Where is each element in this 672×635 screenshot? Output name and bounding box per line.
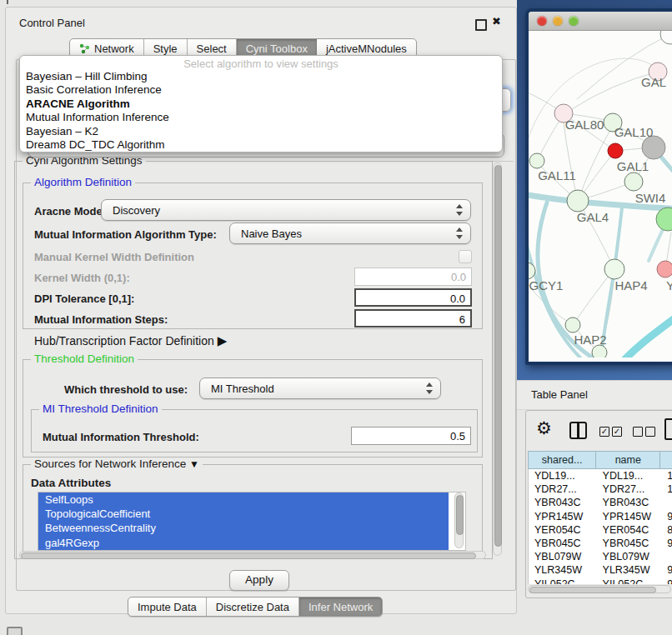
network-node[interactable] — [660, 31, 672, 44]
settings-horizontal-scrollbar[interactable] — [19, 551, 486, 559]
network-node[interactable] — [529, 153, 544, 168]
attributes-scrollbar-thumb[interactable] — [456, 495, 464, 535]
which-threshold-value: MI Threshold — [211, 382, 274, 395]
table-horizontal-scrollbar[interactable] — [528, 585, 671, 593]
table-row[interactable]: YDR27...YDR27...12 — [529, 482, 672, 496]
stepper-arrows-icon — [456, 204, 464, 216]
table-body: YDL19...YDL19...13YDR27...YDR27...12YBR0… — [528, 469, 672, 584]
attributes-vertical-scrollbar[interactable] — [454, 492, 464, 548]
dropdown-option[interactable]: Dream8 DC_TDC Algorithm — [20, 138, 502, 152]
network-node[interactable] — [567, 190, 589, 212]
table-cell: YER054C — [529, 523, 597, 537]
table-panel-window: ⚙ ✓ ✓ shared...nameA YDL19...YDL19...13Y… — [525, 410, 672, 598]
mi-algorithm-type-label: Mutual Information Algorithm Type: — [34, 228, 217, 241]
network-edge — [578, 130, 610, 201]
mi-steps-field[interactable]: 6 — [354, 309, 472, 328]
collapse-down-icon[interactable]: ▼ — [189, 458, 199, 470]
table-row[interactable]: YLR345WYLR345W9. — [529, 563, 672, 577]
table-cell: YDL19... — [529, 469, 597, 482]
column-header[interactable]: name — [596, 452, 660, 468]
float-window-icon[interactable] — [475, 19, 487, 31]
dropdown-option[interactable]: ARACNE Algorithm — [20, 98, 502, 111]
dpi-tolerance-field[interactable]: 0.0 — [354, 288, 472, 307]
node-label: GAL80 — [565, 118, 604, 132]
table-toolbar: ⚙ ✓ ✓ — [526, 411, 672, 448]
which-threshold-combobox[interactable]: MI Threshold — [199, 378, 441, 399]
attribute-list-item[interactable]: BetweennessCentrality — [38, 521, 449, 535]
unchecked-checkbox-icon[interactable] — [633, 427, 643, 437]
aracne-mode-combobox[interactable]: Discovery — [101, 199, 471, 221]
table-row[interactable]: YBR045CYBR045C9. — [529, 537, 672, 550]
table-row[interactable]: YBR043CYBR043C — [529, 496, 672, 509]
unchecked-checkbox-icon[interactable] — [645, 427, 655, 437]
mutual-information-threshold-field[interactable]: 0.5 — [351, 427, 471, 445]
table-cell: YBR043C — [597, 496, 662, 509]
attribute-list-item[interactable]: SelfLoops — [38, 492, 449, 507]
dropdown-option[interactable]: Mutual Information Inference — [20, 111, 502, 124]
kernel-width-label: Kernel Width (0,1): — [34, 272, 130, 284]
table-cell: 8. — [661, 523, 672, 537]
network-node[interactable] — [608, 143, 623, 158]
settings-scrollbar-thumb[interactable] — [494, 165, 502, 547]
table-scrollbar-thumb[interactable] — [529, 587, 656, 593]
attribute-list-item[interactable]: TopologicalCoefficient — [38, 507, 449, 521]
network-window-titlebar[interactable] — [529, 12, 672, 31]
threshold-definition-title: Threshold Definition — [31, 353, 138, 365]
table-row[interactable]: YER054CYER054C8. — [529, 523, 672, 537]
tab-impute-data[interactable]: Impute Data — [128, 598, 207, 616]
tab-label: Style — [153, 42, 178, 55]
minimized-window-icon[interactable] — [7, 627, 23, 635]
dropdown-option[interactable]: Bayesian – K2 — [20, 125, 502, 138]
column-header[interactable]: A — [660, 452, 672, 468]
checked-checkbox-icon[interactable]: ✓ — [599, 427, 609, 437]
tab-discretize-data[interactable]: Discretize Data — [207, 598, 299, 616]
sources-group-title[interactable]: Sources for Network Inference ▼ — [31, 458, 203, 470]
expand-right-icon[interactable]: ▶ — [218, 333, 228, 348]
columns-icon[interactable] — [569, 422, 587, 439]
dropdown-option[interactable]: Basic Correlation Inference — [20, 83, 502, 97]
network-edge — [622, 314, 672, 358]
tab-infer-network[interactable]: Infer Network — [299, 598, 382, 616]
column-header[interactable]: shared... — [529, 452, 596, 468]
network-node[interactable] — [592, 345, 607, 358]
checked-checkbox-icon[interactable]: ✓ — [612, 427, 622, 437]
table-row[interactable]: YBL079WYBL079W — [529, 550, 672, 563]
screen: Control Panel ✖ NetworkStyleSelectCyni T… — [0, 0, 672, 635]
table-row[interactable]: YDL19...YDL19...13 — [529, 469, 672, 482]
dropdown-option[interactable]: Bayesian – Hill Climbing — [20, 70, 502, 83]
cyni-bottom-tabs: Impute DataDiscretize DataInfer Network — [128, 597, 383, 617]
table-row[interactable]: YIL052CYIL052C9 — [529, 578, 672, 585]
table-row[interactable]: YPR145WYPR145W9. — [529, 510, 672, 523]
hub-definition-section[interactable]: Hub/Transcription Factor Definition ▶ — [34, 333, 227, 348]
attribute-list-item[interactable]: gal4RGexp — [38, 536, 449, 550]
network-node[interactable] — [604, 259, 624, 279]
tab-label: jActiveMNodules — [326, 42, 407, 55]
minimize-traffic-light-icon[interactable] — [553, 16, 563, 26]
table-cell: 9 — [661, 578, 672, 585]
tab-label: Network — [94, 42, 134, 55]
table-cell: YDR27... — [529, 482, 597, 496]
export-file-icon[interactable] — [664, 418, 672, 440]
zoom-traffic-light-icon[interactable] — [569, 16, 579, 26]
node-label: GAL10 — [614, 125, 654, 139]
horizontal-scrollbar-thumb[interactable] — [21, 552, 476, 559]
network-node[interactable] — [565, 318, 580, 332]
data-attributes-list[interactable]: SelfLoopsTopologicalCoefficientBetweenne… — [38, 492, 466, 551]
table-cell: 12 — [661, 482, 672, 496]
apply-button[interactable]: Apply — [229, 570, 289, 591]
aracne-mode-value: Discovery — [113, 204, 160, 217]
network-node[interactable] — [656, 208, 672, 231]
network-node[interactable] — [624, 172, 643, 191]
settings-vertical-scrollbar[interactable] — [493, 162, 502, 556]
manual-kernel-width-checkbox[interactable] — [459, 250, 472, 263]
network-node[interactable] — [642, 136, 665, 159]
table-cell — [661, 550, 672, 563]
mi-algorithm-type-combobox[interactable]: Naive Bayes — [229, 222, 471, 244]
table-cell: 13 — [661, 469, 672, 482]
close-panel-icon[interactable]: ✖ — [492, 15, 501, 28]
gear-icon[interactable]: ⚙ — [536, 418, 552, 438]
close-traffic-light-icon[interactable] — [537, 16, 547, 26]
kernel-width-field[interactable]: 0.0 — [354, 268, 472, 286]
network-canvas[interactable]: GALGAL80GAL10GAL1GAL11SWI4GAL4GCY1HAP4YH… — [529, 31, 672, 362]
network-node[interactable] — [657, 261, 672, 278]
